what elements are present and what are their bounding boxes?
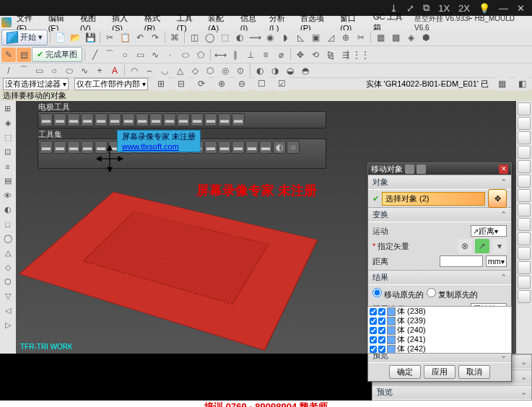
r1[interactable]	[518, 102, 531, 115]
vec-btn1[interactable]: ⊗	[458, 239, 472, 253]
select-object-button[interactable]: 选择对象 (2)	[382, 192, 485, 206]
ok-button[interactable]: 确定	[389, 365, 421, 379]
tb-con4[interactable]: ⌀	[274, 48, 288, 62]
r12[interactable]	[518, 261, 531, 274]
l-r8[interactable]: ▷	[1, 318, 14, 332]
r10[interactable]	[518, 232, 531, 245]
filter-dropdown[interactable]: 没有选择过滤器 ▾	[3, 78, 69, 90]
minimize-icon[interactable]: —	[499, 3, 508, 14]
c-line[interactable]: /	[1, 64, 16, 78]
l-r4[interactable]: ◇	[1, 261, 14, 274]
tb-move[interactable]: ✥	[293, 48, 308, 62]
c-s5[interactable]: ◇	[188, 64, 202, 78]
sf-4[interactable]: ⊕	[214, 76, 229, 91]
e6[interactable]: ▬	[108, 113, 121, 126]
c-txt[interactable]: A	[108, 64, 122, 78]
e11[interactable]: ▬	[177, 113, 190, 126]
vec-btn3[interactable]: ▾	[492, 239, 507, 253]
tb-extrude[interactable]: ⬚	[217, 30, 232, 45]
l-vis[interactable]: 👁	[1, 188, 14, 202]
l-asm[interactable]: ⬚	[1, 131, 14, 144]
c-s7[interactable]: ◎	[218, 64, 232, 78]
t3[interactable]: ▬	[67, 141, 80, 154]
chev-res[interactable]: ⌃	[500, 273, 507, 282]
e5[interactable]: ▬	[95, 113, 108, 126]
tb-point[interactable]: ·	[163, 48, 178, 62]
tb-cyl[interactable]: ◯	[202, 30, 217, 45]
tb-rect[interactable]: ▭	[133, 48, 147, 62]
model-body[interactable]	[19, 192, 318, 351]
tb-fillet[interactable]: ◗	[278, 30, 292, 45]
tb-cut[interactable]: ✂	[103, 30, 117, 45]
r7[interactable]	[518, 189, 531, 202]
motion-select[interactable]: ↗ 距离 ▾	[471, 225, 507, 237]
select-pick-icon[interactable]: ✥	[488, 189, 507, 208]
tb-chamfer[interactable]: ◺	[293, 30, 308, 45]
chev-tr[interactable]: ⌃	[500, 210, 507, 219]
r11[interactable]	[518, 247, 531, 260]
tb-mir[interactable]: ⧎	[323, 48, 338, 62]
e1[interactable]: ▬	[40, 113, 53, 126]
sf-7[interactable]: ☑	[275, 76, 289, 91]
c-f3[interactable]: ◒	[283, 64, 297, 78]
e14[interactable]: ▬	[218, 113, 231, 126]
body-tree[interactable]: 体 (238) 体 (239) 体 (240) 体 (241) 体 (242)	[367, 306, 512, 354]
l-nav[interactable]: ⊞	[1, 102, 14, 115]
t14[interactable]: ▬	[218, 141, 231, 154]
c-s4[interactable]: △	[173, 64, 187, 78]
radio-move[interactable]: 移动原先的	[372, 288, 424, 300]
tb-arc[interactable]: ⌒	[103, 48, 117, 62]
radio-copy[interactable]: 复制原先的	[427, 288, 478, 300]
l-r1[interactable]: □	[1, 217, 14, 231]
floatbar-electrode[interactable]: 电极工具 ▬▬▬▬▬▬▬▬▬▬▬▬▬▬▬	[38, 111, 326, 128]
tb-more3[interactable]: ◈	[404, 30, 418, 45]
vec-btn2[interactable]: ↗	[475, 239, 489, 253]
speed-1x[interactable]: 1X	[438, 3, 450, 14]
tb-spline[interactable]: ∿	[148, 48, 162, 62]
e15[interactable]: ▬	[232, 113, 245, 126]
dlg-gear-icon[interactable]	[417, 165, 426, 174]
speed-2x[interactable]: 2X	[458, 3, 470, 14]
l-hist[interactable]: ≡	[1, 159, 14, 173]
tb-sketch2[interactable]: ▤	[17, 48, 31, 62]
tb-draft[interactable]: ◿	[323, 30, 338, 45]
c-s8[interactable]: ⊙	[233, 64, 248, 78]
tb-more4[interactable]: ⬢	[419, 30, 433, 45]
light-icon[interactable]: 💡	[479, 3, 490, 14]
tb-ellipse[interactable]: ⬭	[178, 48, 193, 62]
l-r3[interactable]: △	[1, 246, 14, 260]
dlg-close-icon[interactable]: ✕	[499, 165, 508, 174]
tb-bool[interactable]: ⊕	[339, 30, 353, 45]
l-r2[interactable]: ◯	[1, 232, 14, 245]
l-r6[interactable]: ▽	[1, 289, 14, 303]
tb-redo[interactable]: ↷	[148, 30, 162, 45]
c-f4[interactable]: ◓	[298, 64, 313, 78]
tb-box[interactable]: ◫	[187, 30, 201, 45]
t17[interactable]: ▬	[259, 141, 272, 154]
tb-dim[interactable]: ⟷	[213, 48, 227, 62]
c-f2[interactable]: ◑	[268, 64, 282, 78]
tb-sweep[interactable]: ⟿	[248, 30, 262, 45]
tb-more2[interactable]: ▩	[388, 30, 403, 45]
r4[interactable]	[518, 146, 531, 159]
sf-1[interactable]: ⊞	[154, 76, 168, 91]
tb-open[interactable]: 📂	[68, 30, 82, 45]
dialog-titlebar[interactable]: 移动对象 ✕	[368, 163, 511, 175]
tb-off[interactable]: ⇶	[339, 48, 353, 62]
r8[interactable]	[518, 204, 531, 216]
r13[interactable]	[518, 276, 531, 289]
e4[interactable]: ▬	[81, 113, 94, 126]
dlg-pin-icon[interactable]	[405, 165, 414, 174]
l-r5[interactable]: ⬡	[1, 275, 14, 289]
sf-6[interactable]: ☐	[255, 76, 269, 91]
tb-line[interactable]: ╱	[87, 48, 102, 62]
r3[interactable]	[518, 131, 531, 144]
c-s3[interactable]: ◡	[157, 64, 172, 78]
apply-button[interactable]: 应用	[424, 365, 455, 379]
tb-rot[interactable]: ⟲	[308, 48, 323, 62]
t15[interactable]: ▬	[232, 141, 245, 154]
tb-revolve[interactable]: ◐	[232, 30, 247, 45]
e9[interactable]: ▬	[149, 113, 162, 126]
t19[interactable]: ○	[287, 141, 300, 154]
l-part[interactable]: ◈	[1, 116, 14, 130]
